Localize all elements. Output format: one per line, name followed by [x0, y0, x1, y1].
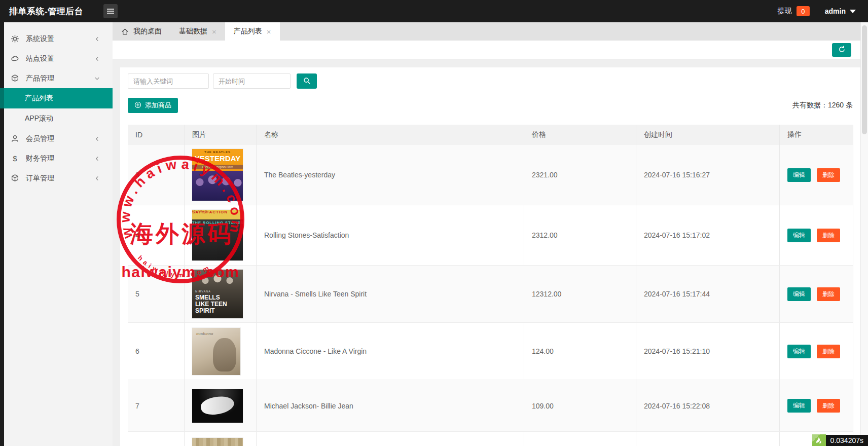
product-list-panel: 添加商品 共有数据：1260 条 ID 图片 名称 价格 创建时间 操作 3 T… — [120, 67, 860, 446]
sidebar-item-product-list[interactable]: 产品列表 — [0, 88, 113, 108]
sidebar-item-product-management[interactable]: 产品管理 — [0, 68, 113, 88]
table-header: ID 图片 名称 价格 创建时间 操作 — [128, 125, 853, 145]
tab-bar: 我的桌面 基础数据 × 产品列表 × — [113, 22, 861, 41]
column-header: 创建时间 — [636, 125, 780, 145]
home-icon — [121, 28, 129, 35]
sidebar-toggle-button[interactable] — [103, 4, 118, 18]
chevron-down-icon — [94, 76, 100, 81]
sidebar-item-label: 会员管理 — [26, 134, 54, 143]
product-image: madonna — [192, 328, 240, 375]
table-row: 3 THE BEATLES YESTERDAY Electro Original… — [128, 145, 853, 205]
cell-image — [185, 380, 257, 431]
cell-price: 2312.00 — [524, 205, 636, 265]
chevron-down-icon — [850, 10, 856, 13]
hamburger-icon — [107, 8, 114, 15]
delete-button[interactable]: 删除 — [817, 168, 840, 182]
tab-product-list[interactable]: 产品列表 × — [225, 22, 280, 41]
search-icon — [303, 77, 311, 86]
delete-button[interactable]: 删除 — [817, 345, 840, 358]
refresh-button[interactable] — [832, 43, 851, 57]
app-title: 排单系统-管理后台 — [0, 6, 103, 17]
edit-button[interactable]: 编辑 — [787, 287, 811, 301]
sidebar-item-app-scroll[interactable]: APP滚动 — [0, 108, 113, 129]
tab-label: 基础数据 — [179, 27, 207, 36]
user-menu[interactable]: admin — [825, 7, 856, 15]
cube-icon — [11, 174, 19, 182]
edit-button[interactable]: 编辑 — [787, 345, 811, 358]
product-image: THE BEATLES YESTERDAY Electro Original M… — [192, 149, 243, 201]
scrollbar-track[interactable] — [860, 22, 868, 446]
cell-image: THE BEATLES — [185, 432, 257, 446]
chevron-left-icon — [94, 136, 100, 141]
cell-actions: 编辑 删除 — [780, 380, 853, 431]
edit-button[interactable]: 编辑 — [787, 399, 811, 413]
column-header: ID — [128, 125, 185, 145]
scrollbar-thumb[interactable] — [862, 25, 867, 134]
sidebar-item-finance-management[interactable]: $ 财务管理 — [0, 148, 113, 168]
username: admin — [825, 7, 846, 15]
cloud-icon — [11, 54, 19, 63]
product-table: ID 图片 名称 价格 创建时间 操作 3 THE BEATLES YESTER… — [128, 125, 853, 446]
chevron-left-icon — [94, 156, 100, 161]
cell-actions: 编辑 删除 — [780, 266, 853, 322]
cell-image: I Can't Get NoSATISFACTION THE ROLLING S… — [185, 205, 257, 265]
column-header: 名称 — [257, 125, 524, 145]
dollar-icon: $ — [11, 154, 19, 163]
cell-created: 2024-07-16 15:17:02 — [636, 205, 780, 265]
cell-actions: 编辑 删除 — [780, 145, 853, 205]
cell-name — [257, 432, 524, 446]
cell-actions: 编辑 删除 — [780, 205, 853, 265]
cell-created: 2024-07-16 15:17:44 — [636, 266, 780, 322]
edit-button[interactable]: 编辑 — [787, 229, 811, 242]
cell-name: Rolling Stones-Satisfaction — [257, 205, 524, 265]
tab-basic-data[interactable]: 基础数据 × — [170, 22, 225, 41]
table-row: 6 madonna Madonna Ciccone - Like A Virgi… — [128, 323, 853, 380]
start-time-input[interactable] — [213, 73, 291, 89]
delete-button[interactable]: 删除 — [817, 399, 840, 413]
top-bar: 排单系统-管理后台 提现 0 admin — [0, 0, 868, 22]
cell-id: 4 — [128, 205, 185, 265]
withdraw-menu[interactable]: 提现 0 — [778, 6, 810, 16]
cell-image: THE BEATLES YESTERDAY Electro Original M… — [185, 145, 257, 205]
table-row: 4 I Can't Get NoSATISFACTION THE ROLLING… — [128, 205, 853, 266]
cell-image: NIRVANA SMELLS LIKE TEEN SPIRIT — [185, 266, 257, 322]
sidebar: 系统设置 站点设置 产品管理 产品列表 — [0, 22, 113, 446]
cell-id: 5 — [128, 266, 185, 322]
withdraw-count-badge: 0 — [797, 6, 810, 16]
sidebar-item-label: 产品列表 — [25, 94, 53, 103]
sidebar-item-site-settings[interactable]: 站点设置 — [0, 49, 113, 68]
gear-icon — [11, 34, 19, 43]
sidebar-item-label: 财务管理 — [26, 154, 54, 163]
cell-id: 7 — [128, 380, 185, 431]
cell-image: madonna — [185, 323, 257, 380]
table-row: THE BEATLES — [128, 432, 853, 446]
cell-name: The Beatles-yesterday — [257, 145, 524, 205]
add-product-label: 添加商品 — [145, 101, 171, 110]
withdraw-label: 提现 — [778, 7, 792, 16]
cell-price: 12312.00 — [524, 266, 636, 322]
close-icon[interactable]: × — [267, 28, 271, 35]
total-count: 共有数据：1260 条 — [792, 101, 853, 110]
cell-id — [128, 432, 185, 446]
sidebar-item-order-management[interactable]: 订单管理 — [0, 168, 113, 188]
tab-my-desktop[interactable]: 我的桌面 — [113, 22, 170, 41]
delete-button[interactable]: 删除 — [817, 229, 840, 242]
close-icon[interactable]: × — [212, 28, 216, 35]
search-row — [128, 73, 853, 89]
table-actions-row: 添加商品 共有数据：1260 条 — [128, 98, 853, 113]
cell-price: 2321.00 — [524, 145, 636, 205]
cell-created: 2024-07-16 15:16:27 — [636, 145, 780, 205]
add-product-button[interactable]: 添加商品 — [128, 98, 178, 113]
search-button[interactable] — [297, 73, 317, 89]
column-header: 图片 — [185, 125, 257, 145]
edit-button[interactable]: 编辑 — [787, 168, 811, 182]
delete-button[interactable]: 删除 — [817, 287, 840, 301]
sidebar-item-label: 产品管理 — [26, 74, 54, 83]
breadcrumb-toolbar — [113, 41, 861, 60]
sidebar-item-system-settings[interactable]: 系统设置 — [0, 29, 113, 49]
cell-name: Nirvana - Smells Like Teen Spirit — [257, 266, 524, 322]
sidebar-item-member-management[interactable]: 会员管理 — [0, 129, 113, 148]
sidebar-item-label: 站点设置 — [26, 54, 54, 63]
cell-name: Madonna Ciccone - Like A Virgin — [257, 323, 524, 380]
keyword-input[interactable] — [128, 73, 209, 89]
